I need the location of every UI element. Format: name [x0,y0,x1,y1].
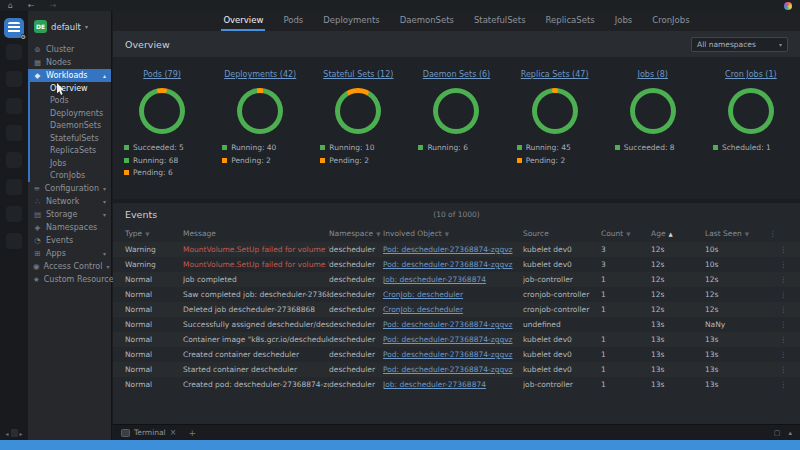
row-menu-icon[interactable]: ⋮ [769,365,787,374]
table-row[interactable]: WarningMountVolume.SetUp failed for volu… [113,257,800,272]
row-menu-icon[interactable]: ⋮ [769,260,787,269]
row-menu-icon[interactable]: ⋮ [769,245,787,254]
back-icon[interactable]: ← [28,2,35,10]
chart-legend: Succeeded: 5Running: 68Pending: 6 [124,143,200,177]
terminal-tab[interactable]: Terminal × [121,428,176,437]
main-content: OverviewPodsDeploymentsDaemonSetsStatefu… [113,11,800,424]
sidebar-item-storage[interactable]: ▤Storage▾ [28,208,111,221]
column-header-message[interactable]: Message [183,229,329,238]
chart-title-link[interactable]: Deployments (42) [224,70,296,79]
column-header-age[interactable]: Age▲ [651,229,705,238]
row-menu-icon[interactable]: ⋮ [769,335,787,344]
legend-label: Pending: 2 [231,156,271,165]
sidebar-item-jobs[interactable]: Jobs [30,157,111,170]
column-header-last-seen[interactable]: Last Seen▼ [705,229,769,238]
chart-title-link[interactable]: Stateful Sets (12) [323,70,393,79]
column-header-count[interactable]: Count▼ [601,229,651,238]
tab-overview[interactable]: Overview [221,11,265,31]
sidebar-item-access-control[interactable]: ◉Access Control▾ [28,260,111,273]
dock-maximize-icon[interactable]: ▢ [774,429,781,437]
namespaces-icon: ◈ [33,223,42,232]
chart-title-link[interactable]: Cron Jobs (1) [725,70,777,79]
row-menu-icon[interactable]: ⋮ [769,350,787,359]
tab-deployments[interactable]: Deployments [321,11,381,31]
storage-icon: ▤ [33,210,42,219]
forward-icon[interactable]: → [50,2,57,10]
dock-collapse-icon[interactable]: ▴ [788,429,792,437]
sidebar-item-cluster[interactable]: ⊚Cluster [28,43,111,56]
involved-object-link[interactable]: Job: descheduler-27368874 [383,380,486,389]
column-header-source[interactable]: Source [523,229,601,238]
pager-right-icon[interactable]: ▸ [20,430,23,437]
sidebar-item-custom-resources[interactable]: ★Custom Resources▾ [28,273,111,286]
row-menu-icon[interactable]: ⋮ [769,290,787,299]
close-icon[interactable]: × [170,428,177,437]
table-row[interactable]: WarningMountVolume.SetUp failed for volu… [113,242,800,257]
tab-daemonsets[interactable]: DaemonSets [398,11,456,31]
column-header-involved-object[interactable]: Involved Object▼ [383,229,523,238]
event-namespace: descheduler [329,350,383,359]
sidebar-item-overview[interactable]: Overview [30,82,111,95]
tab-statefulsets[interactable]: StatefulSets [472,11,528,31]
namespace-select[interactable]: All namespaces ▾ [691,37,788,52]
event-namespace: descheduler [329,275,383,284]
tab-cronjobs[interactable]: CronJobs [650,11,691,31]
tab-jobs[interactable]: Jobs [613,11,635,31]
tab-replicasets[interactable]: ReplicaSets [544,11,597,31]
table-row[interactable]: NormalSaw completed job: descheduler-273… [113,287,800,302]
table-row[interactable]: NormalDeleted job descheduler-27368868de… [113,302,800,317]
new-terminal-button[interactable]: + [188,428,196,438]
sidebar-item-pods[interactable]: Pods [30,95,111,108]
pager-left-icon[interactable]: ◂ [5,430,8,437]
home-icon[interactable]: ⌂ [8,2,13,10]
table-row[interactable]: NormalCreated pod: descheduler-27368874-… [113,377,800,392]
sidebar-item-statefulsets[interactable]: StatefulSets [30,132,111,145]
chart-title-link[interactable]: Daemon Sets (6) [423,70,490,79]
event-source: cronjob-controller [523,290,601,299]
involved-object-link[interactable]: Pod: descheduler-27368874-zggvz [383,350,513,359]
table-menu-icon[interactable]: ⋮ [769,229,787,238]
sidebar-submenu-workloads: OverviewPodsDeploymentsDaemonSetsStatefu… [28,82,111,182]
involved-object-link[interactable]: Pod: descheduler-27368874-zggvz [383,365,513,374]
involved-object-link[interactable]: Pod: descheduler-27368874-zggvz [383,260,513,269]
sidebar-item-namespaces[interactable]: ◈Namespaces [28,221,111,234]
chart-title-link[interactable]: Pods (79) [143,70,181,79]
row-menu-icon[interactable]: ⋮ [769,380,787,389]
table-row[interactable]: NormalJob completeddeschedulerJob: desch… [113,272,800,287]
column-header-namespace[interactable]: Namespace▼ [329,229,383,238]
involved-object-link[interactable]: Pod: descheduler-27368874-zggvz [383,335,513,344]
sidebar-item-apps[interactable]: ⊞Apps▾ [28,247,111,260]
sidebar-item-daemonsets[interactable]: DaemonSets [30,120,111,133]
sidebar-item-nodes[interactable]: ▦Nodes [28,56,111,69]
involved-object-link[interactable]: CronJob: descheduler [383,290,463,299]
event-count: 3 [601,245,651,254]
involved-object-link[interactable]: Pod: descheduler-27368874-zggvz [383,320,513,329]
table-row[interactable]: NormalContainer image "k8s.gcr.io/desche… [113,332,800,347]
table-row[interactable]: NormalCreated container deschedulerdesch… [113,347,800,362]
legend-swatch-icon [222,158,227,163]
chart-title-link[interactable]: Jobs (8) [638,70,668,79]
user-avatar-icon[interactable] [784,2,792,10]
donut-chart [433,88,479,134]
involved-object-link[interactable]: Job: descheduler-27368874 [383,275,486,284]
active-cluster-button[interactable]: ⚙ [4,18,24,38]
row-menu-icon[interactable]: ⋮ [769,305,787,314]
sidebar-item-configuration[interactable]: ≡Configuration▾ [28,182,111,195]
row-menu-icon[interactable]: ⋮ [769,320,787,329]
table-row[interactable]: NormalSuccessfully assigned descheduler/… [113,317,800,332]
sidebar-item-replicasets[interactable]: ReplicaSets [30,145,111,158]
row-menu-icon[interactable]: ⋮ [769,275,787,284]
table-row[interactable]: NormalStarted container deschedulerdesch… [113,362,800,377]
cluster-selector[interactable]: DE default ▾ [28,11,111,43]
sidebar-item-network[interactable]: ∴Network▾ [28,195,111,208]
involved-object-link[interactable]: Pod: descheduler-27368874-zggvz [383,245,513,254]
chart-title-link[interactable]: Replica Sets (47) [521,70,589,79]
sidebar-item-events[interactable]: ◔Events [28,234,111,247]
involved-object-link[interactable]: CronJob: descheduler [383,305,463,314]
sidebar-item-deployments[interactable]: Deployments [30,107,111,120]
sidebar-item-cronjobs[interactable]: CronJobs [30,170,111,183]
tab-pods[interactable]: Pods [281,11,305,31]
cluster-settings-gear-icon[interactable]: ⚙ [21,34,26,40]
column-header-type[interactable]: Type▼ [125,229,183,238]
sidebar-item-workloads[interactable]: ◆Workloads▴ [28,69,111,82]
